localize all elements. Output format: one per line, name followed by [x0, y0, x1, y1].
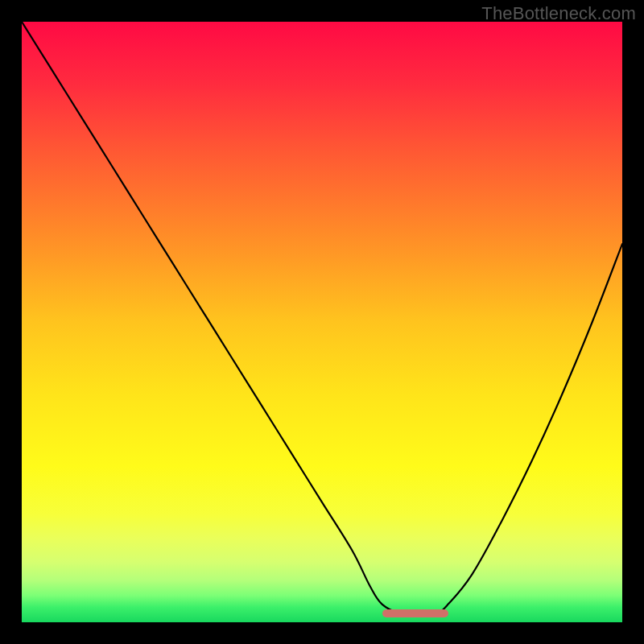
optimal-range-marker	[382, 609, 448, 617]
watermark-text: TheBottleneck.com	[481, 3, 636, 24]
chart-stage: TheBottleneck.com	[0, 0, 644, 644]
plot-area	[22, 22, 622, 622]
background-gradient	[22, 22, 622, 622]
svg-rect-0	[22, 22, 622, 622]
